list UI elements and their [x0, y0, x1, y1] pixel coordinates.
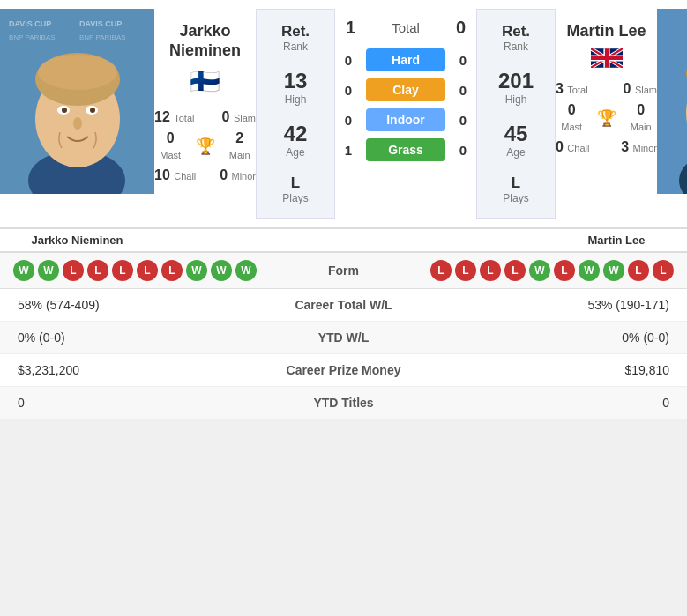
- right-player-name-box: Martin Lee 3 Total: [556, 9, 657, 219]
- career-wl-row: 58% (574-409) Career Total W/L 53% (190-…: [0, 289, 687, 322]
- right-rank-label: Rank: [482, 41, 550, 53]
- right-form-1: L: [430, 260, 452, 281]
- svg-rect-16: [657, 9, 687, 194]
- left-form-badges: W W L L L L L W W W: [13, 260, 257, 281]
- svg-point-9: [38, 55, 117, 90]
- left-form-2: W: [38, 260, 59, 281]
- right-high-label: High: [482, 93, 550, 106]
- player-names-row: Jarkko Nieminen Martin Lee: [0, 229, 687, 252]
- right-plays-val: L: [482, 174, 550, 192]
- hard-badge: Hard: [366, 48, 445, 71]
- surface-row-grass: 1 Grass 0: [340, 138, 472, 161]
- left-form-6: L: [137, 260, 158, 281]
- svg-text:BNP PARIBAS: BNP PARIBAS: [9, 33, 56, 41]
- svg-point-13: [90, 108, 95, 113]
- left-player-stats: 12 Total 0 Slam 0 Mast 🏆 2: [154, 109, 256, 183]
- clay-right-score: 0: [454, 83, 472, 98]
- career-wl-right: 53% (190-171): [432, 298, 670, 312]
- grass-right-score: 0: [454, 143, 472, 158]
- left-form-3: L: [63, 260, 84, 281]
- left-age-val: 42: [261, 122, 330, 146]
- right-player-stats: 3 Total 0 Slam 0 Mast 🏆 0: [556, 81, 657, 155]
- right-form-10: L: [653, 260, 674, 281]
- form-label: Form: [309, 263, 379, 278]
- surface-row-hard: 0 Hard 0: [340, 48, 472, 71]
- career-wl-label: Career Total W/L: [256, 298, 432, 312]
- top-section: DAVIS CUP DAVIS CUP BNP PARIBAS BNP PARI…: [0, 0, 687, 229]
- right-form-4: L: [504, 260, 526, 281]
- indoor-right-score: 0: [454, 113, 472, 128]
- left-form-1: W: [13, 260, 34, 281]
- right-player-flag: [591, 48, 623, 68]
- surface-row-clay: 0 Clay 0: [340, 78, 472, 101]
- ytd-wl-label: YTD W/L: [256, 330, 432, 345]
- total-label: Total: [392, 20, 420, 35]
- right-form-badges: L L L L W L W W L L: [430, 260, 674, 281]
- right-form-5: W: [529, 260, 550, 281]
- indoor-left-score: 0: [340, 113, 357, 128]
- prize-money-label: Career Prize Money: [256, 363, 432, 377]
- left-form-8: W: [186, 260, 207, 281]
- ytd-wl-left: 0% (0-0): [18, 330, 256, 345]
- right-player-name-under: Martin Lee: [546, 234, 687, 247]
- left-rank-label: Rank: [261, 41, 330, 53]
- right-age-label: Age: [482, 146, 550, 159]
- middle-section: 1 Total 0 0 Hard 0 0 Clay 0 0 Indoor: [335, 9, 476, 219]
- right-form-2: L: [455, 260, 476, 281]
- grass-left-score: 1: [340, 143, 357, 158]
- hard-left-score: 0: [340, 53, 357, 68]
- right-plays-label: Plays: [482, 192, 550, 204]
- right-form-3: L: [480, 260, 501, 281]
- left-high-label: High: [261, 93, 330, 106]
- total-left-score: 1: [340, 18, 362, 38]
- prize-money-left: $3,231,200: [18, 363, 256, 377]
- right-age-val: 45: [482, 122, 550, 146]
- right-player-photo: [657, 9, 687, 194]
- svg-text:DAVIS CUP: DAVIS CUP: [9, 19, 51, 28]
- left-player-name: Jarkko Nieminen: [154, 22, 256, 60]
- main-container: DAVIS CUP DAVIS CUP BNP PARIBAS BNP PARI…: [0, 0, 687, 419]
- total-row: 1 Total 0: [340, 18, 472, 38]
- left-form-9: W: [211, 260, 232, 281]
- left-age-label: Age: [261, 146, 330, 159]
- ytd-wl-right: 0% (0-0): [432, 330, 670, 345]
- left-form-4: L: [87, 260, 108, 281]
- svg-text:DAVIS CUP: DAVIS CUP: [79, 19, 122, 28]
- left-player-name-under: Jarkko Nieminen: [0, 234, 154, 247]
- surface-row-indoor: 0 Indoor 0: [340, 108, 472, 131]
- ytd-titles-left: 0: [18, 396, 256, 410]
- form-section: W W L L L L L W W W Form L L L L W L W W…: [0, 252, 687, 289]
- right-form-8: W: [603, 260, 624, 281]
- svg-point-12: [62, 108, 67, 113]
- surface-rows: 0 Hard 0 0 Clay 0 0 Indoor 0 1 Grass: [340, 48, 472, 168]
- left-form-5: L: [112, 260, 133, 281]
- right-form-6: L: [554, 260, 575, 281]
- career-wl-left: 58% (574-409): [18, 298, 256, 312]
- grass-badge: Grass: [366, 138, 445, 161]
- left-plays-val: L: [261, 174, 330, 192]
- left-extra-stats: Ret. Rank 13 High 42 Age L Plays: [256, 9, 335, 219]
- ytd-titles-label: YTD Titles: [256, 396, 432, 410]
- left-trophy-icon: 🏆: [196, 137, 215, 156]
- left-form-10: W: [235, 260, 257, 281]
- left-high-val: 13: [261, 69, 330, 93]
- stats-table: 58% (574-409) Career Total W/L 53% (190-…: [0, 289, 687, 419]
- svg-point-14: [73, 117, 82, 130]
- ytd-titles-row: 0 YTD Titles 0: [0, 387, 687, 419]
- svg-text:BNP PARIBAS: BNP PARIBAS: [79, 33, 126, 41]
- ytd-titles-right: 0: [432, 396, 670, 410]
- left-plays-label: Plays: [261, 192, 330, 204]
- ytd-wl-row: 0% (0-0) YTD W/L 0% (0-0): [0, 322, 687, 354]
- right-trophy-icon: 🏆: [597, 108, 616, 128]
- left-player-name-box: Jarkko Nieminen 🇫🇮 12 Total 0 Slam: [154, 9, 256, 219]
- right-player-name: Martin Lee: [556, 22, 657, 41]
- prize-money-row: $3,231,200 Career Prize Money $19,810: [0, 354, 687, 387]
- left-form-7: L: [161, 260, 183, 281]
- clay-left-score: 0: [340, 83, 357, 98]
- left-rank-val: Ret.: [261, 23, 330, 41]
- right-rank-val: Ret.: [482, 23, 550, 41]
- left-player-photo: DAVIS CUP DAVIS CUP BNP PARIBAS BNP PARI…: [0, 9, 154, 194]
- clay-badge: Clay: [366, 78, 445, 101]
- right-form-7: W: [579, 260, 600, 281]
- right-trophy-row: 0 Mast 🏆 0 Main: [556, 102, 657, 134]
